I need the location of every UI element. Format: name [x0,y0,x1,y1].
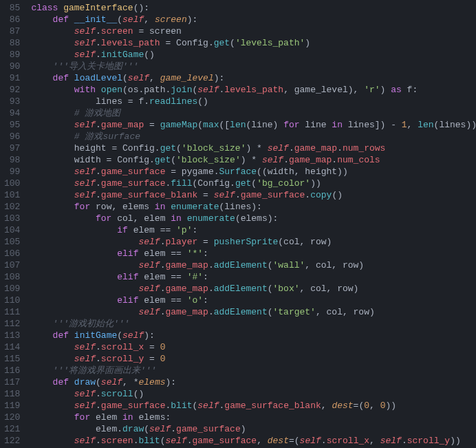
code-line[interactable]: lines = f.readlines() [31,96,476,107]
code-line[interactable]: with open(os.path.join(self.levels_path,… [31,84,476,96]
token-kw: def [31,330,74,341]
line-number: 112 [4,318,20,330]
code-line[interactable]: elem.draw(self.game_surface) [31,423,476,435]
token-str: '*' [187,248,203,259]
token-self: self [31,120,96,130]
token-punc: . [96,178,101,189]
code-line[interactable]: # 游戏surface [31,131,476,142]
token-op: elems: [133,412,171,423]
token-op: = [144,342,160,352]
token-punc: , [144,14,155,25]
line-number: 106 [4,248,20,259]
token-punc: (elems): [235,213,278,224]
code-line[interactable]: self.scroll_y = 0 [31,353,476,365]
code-line[interactable]: self.scroll_x = 0 [31,341,476,353]
token-punc: (line) [246,120,284,130]
line-number: 94 [4,107,20,119]
token-punc: . [96,26,101,36]
code-line[interactable]: '''导入关卡地图''' [31,61,476,72]
code-line[interactable]: elif elem == '#': [31,271,476,283]
token-str: 'o' [187,295,203,306]
code-line[interactable]: self.game_map = gameMap(max([len(line) f… [31,119,476,131]
token-param: elems [138,377,165,387]
token-punc: () [133,389,144,399]
code-line[interactable]: self.initGame() [31,49,476,61]
token-punc: ( [160,436,166,446]
token-punc: , * [122,377,138,387]
line-number: 107 [4,259,20,271]
token-punc: : [203,295,208,306]
code-line[interactable]: def initGame(self): [31,330,476,341]
token-str: '#' [187,272,203,282]
code-line[interactable]: for elem in elems: [31,412,476,423]
code-line[interactable]: '''游戏初始化''' [31,318,476,330]
code-line[interactable]: self.game_surface_blank = self.game_surf… [31,189,476,201]
token-op: elem == [138,272,186,282]
token-kw: with [31,85,100,95]
code-line[interactable]: self.player = pusherSprite(col, row) [31,236,476,248]
code-line[interactable]: width = Config.get('block_size') * self.… [31,154,476,166]
code-line[interactable]: '''将游戏界面画出来''' [31,365,476,376]
token-kw: in [122,412,133,423]
token-fn: get [155,155,171,165]
token-def: draw [74,377,96,387]
token-op: height = Config. [31,143,160,153]
token-punc: , col, row) [305,260,364,270]
code-line[interactable]: def loadLevel(self, game_level): [31,72,476,84]
token-prop: num_rows [343,143,385,153]
token-prop: scroll_y [407,436,450,446]
code-line[interactable]: def draw(self, *elems): [31,376,476,388]
code-line[interactable]: height = Config.get('block_size') * self… [31,142,476,154]
token-prop: game_surface [241,190,305,200]
code-line[interactable]: self.game_surface.fill(Config.get('bg_co… [31,178,476,189]
code-line[interactable]: self.game_map.addElement('target', col, … [31,306,476,318]
line-number: 99 [4,166,20,178]
token-punc: . [283,155,289,165]
line-number: 88 [4,37,20,49]
token-kw: def [31,14,74,25]
token-punc: : [203,272,208,282]
code-line[interactable]: self.screen.blit(self.game_surface, dest… [31,435,476,447]
token-fn: pusherSprite [214,237,279,247]
code-line[interactable]: self.scroll() [31,388,476,400]
token-self: self [262,155,283,165]
token-op: width = Config. [31,155,154,165]
token-prop: scroll_y [101,354,144,364]
code-line[interactable]: self.game_surface.blit(self.game_surface… [31,400,476,412]
code-line[interactable]: if elem == 'p': [31,224,476,236]
token-fn: addElement [214,307,268,317]
token-op: col, elem [111,213,171,224]
code-line[interactable]: self.levels_path = Config.get('levels_pa… [31,37,476,49]
token-self: self [31,38,96,48]
code-line[interactable]: for col, elem in enumerate(elems): [31,213,476,224]
token-punc: . [96,190,101,200]
token-str: 'box' [273,284,300,294]
token-punc: . [208,307,214,317]
token-prop: game_surface_blank [101,190,197,200]
token-prop: game_surface [176,424,241,434]
code-line[interactable]: self.game_map.addElement('box', col, row… [31,283,476,295]
code-line[interactable]: self.game_map.addElement('wall', col, ro… [31,259,476,271]
code-line[interactable]: self.screen = screen [31,25,476,37]
token-self: self [128,73,149,83]
code-line[interactable]: elif elem == 'o': [31,295,476,306]
line-number: 87 [4,25,20,37]
token-self: self [31,190,96,200]
token-punc: , col, row) [300,284,359,294]
token-punc: , [257,436,268,446]
token-self: self [122,14,144,25]
code-line[interactable]: class gameInterface(): [31,2,476,14]
code-line[interactable]: for row, elems in enumerate(lines): [31,201,476,213]
line-number: 114 [4,341,20,353]
token-prop: screen [101,26,133,36]
code-editor-area[interactable]: class gameInterface(): def __init__(self… [28,0,476,448]
token-punc: (): [133,3,149,13]
code-line[interactable]: def __init__(self, screen): [31,14,476,25]
token-punc: )) [310,178,321,189]
line-number: 92 [4,84,20,96]
token-kw: def [31,73,74,83]
code-line[interactable]: self.game_surface = pygame.Surface((widt… [31,166,476,178]
token-self: self [31,26,96,36]
code-line[interactable]: # 游戏地图 [31,107,476,119]
code-line[interactable]: elif elem == '*': [31,248,476,259]
